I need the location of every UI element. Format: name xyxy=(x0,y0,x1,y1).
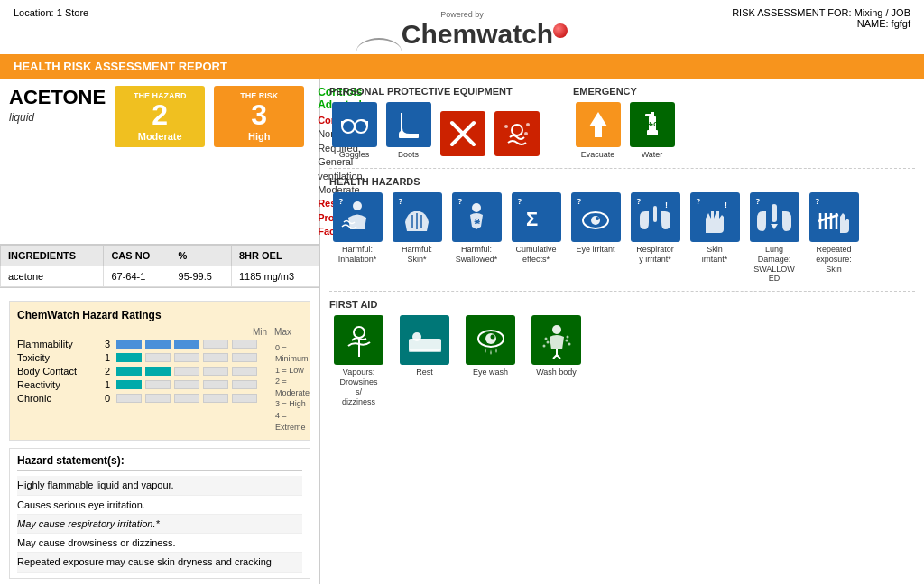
hazard-skin: ? Harmful:Skin* xyxy=(389,192,445,284)
bar-seg-4 xyxy=(203,380,228,389)
bar-seg-1 xyxy=(116,380,142,389)
brand-name: Chemwatch xyxy=(402,19,553,50)
hazard-skin-irritant: ? ! Skinirritant* xyxy=(687,192,743,284)
washbody-icon xyxy=(531,315,581,365)
rating-label: Body Contact xyxy=(17,366,98,377)
statement-4: May cause drowsiness or dizziness. xyxy=(17,534,302,553)
risk-assessment-label: RISK ASSESSMENT FOR: Mixing / JOB NAME: … xyxy=(730,7,910,29)
statement-2: Causes serious eye irritation. xyxy=(17,496,302,515)
ppe-icon-boots: Boots xyxy=(383,102,433,159)
bar-seg-4 xyxy=(203,367,228,376)
svg-point-66 xyxy=(544,337,547,340)
svg-text:?: ? xyxy=(338,197,344,206)
svg-text:?: ? xyxy=(636,197,642,206)
rating-label: Flammability xyxy=(17,339,98,349)
emergency-icons-row: Evacuate H₂O xyxy=(573,102,677,159)
goggles-icon xyxy=(332,102,377,147)
svg-text:☠: ☠ xyxy=(474,218,480,226)
evacuate-svg xyxy=(582,108,614,141)
rating-label: Reactivity xyxy=(17,379,98,390)
hazard-ratings-box: ChemWatch Hazard Ratings Min Max Flammab… xyxy=(9,301,310,442)
emergency-icon-water: H₂O Water xyxy=(627,102,677,159)
fa-rest: Rest xyxy=(395,315,454,406)
ingredients-table: INGREDIENTS CAS NO % 8HR OEL acetone 67-… xyxy=(0,245,319,287)
washbody-svg xyxy=(537,321,577,360)
svg-point-65 xyxy=(542,344,545,347)
bar-seg-2 xyxy=(145,353,171,362)
rating-value: 2 xyxy=(98,366,116,377)
boots-svg xyxy=(393,108,424,141)
goggles-svg xyxy=(338,108,371,141)
hazard-sublabel: Moderate xyxy=(125,131,194,142)
bar-seg-3 xyxy=(174,353,199,362)
bar-seg-2 xyxy=(145,394,171,403)
legend-item-3: 3 = High xyxy=(275,398,310,410)
inhalation-svg: ? xyxy=(335,195,380,240)
main-content: ACETONE liquid THE HAZARD 2 Moderate THE… xyxy=(0,79,924,584)
hazard-number: 2 xyxy=(125,100,194,129)
rest-icon xyxy=(400,315,449,365)
svg-text:?: ? xyxy=(815,197,820,206)
ppe-icon-goggles: Goggles xyxy=(329,102,379,159)
first-aid-title: FIRST AID xyxy=(329,299,915,310)
skin-label: Harmful:Skin* xyxy=(389,245,445,265)
bar-seg-3 xyxy=(174,367,199,376)
rating-bar xyxy=(116,380,257,389)
repeated-icon: ? xyxy=(809,192,859,242)
lung-svg: ? xyxy=(752,195,797,240)
bar-seg-1 xyxy=(116,353,142,362)
svg-rect-13 xyxy=(647,130,658,135)
rating-row-flammability: Flammability 3 xyxy=(17,339,257,349)
chemical-state: liquid xyxy=(9,111,106,124)
bar-seg-5 xyxy=(232,394,257,403)
svg-text:?: ? xyxy=(696,197,701,206)
svg-point-19 xyxy=(353,201,362,210)
boots-icon xyxy=(386,102,431,147)
left-panel: ACETONE liquid THE HAZARD 2 Moderate THE… xyxy=(0,79,320,584)
water-label: Water xyxy=(627,150,677,159)
brand-ball xyxy=(553,23,568,38)
svg-rect-15 xyxy=(645,114,652,116)
svg-text:Σ: Σ xyxy=(526,208,538,230)
hazard-cumulative: ? Σ Cumulativeeffects* xyxy=(508,192,564,284)
statement-5: Repeated exposure may cause skin dryness… xyxy=(17,553,302,572)
boots-label: Boots xyxy=(383,150,433,159)
inhalation-icon: ? xyxy=(333,192,383,242)
bar-seg-2 xyxy=(145,380,171,389)
hazard-statements-title: Hazard statement(s): xyxy=(17,454,302,471)
vapours-svg xyxy=(339,321,379,360)
bar-seg-5 xyxy=(232,380,257,389)
rest-svg xyxy=(405,321,445,360)
banner-title: HEALTH RISK ASSESSMENT REPORT xyxy=(14,60,227,73)
respiratory-icon: ? ! xyxy=(631,192,680,242)
hazard-statements-box: Hazard statement(s): Highly flammable li… xyxy=(9,448,310,578)
svg-text:?: ? xyxy=(517,197,522,206)
ppe-emergency-row: PERSONAL PROTECTIVE EQUIPMENT xyxy=(329,86,915,159)
fa-eyewash: Eye wash xyxy=(461,315,520,406)
ppe-icon-splash xyxy=(492,111,541,159)
swallowed-svg: ? ☠ xyxy=(454,195,499,240)
inhalation-label: Harmful:Inhalation* xyxy=(329,245,385,265)
bar-seg-2 xyxy=(145,367,171,376)
no-smoking-icon xyxy=(440,111,485,156)
svg-text:!: ! xyxy=(665,200,668,210)
col-oel: 8HR OEL xyxy=(231,245,319,266)
bar-seg-1 xyxy=(116,367,142,376)
svg-point-9 xyxy=(504,125,508,128)
hazard-risk-row: THE HAZARD 2 Moderate THE RISK 3 High xyxy=(115,86,304,147)
respiratory-svg: ? ! xyxy=(633,195,678,240)
cell-oel: 1185 mg/m3 xyxy=(231,266,319,286)
eyewash-label: Eye wash xyxy=(461,368,520,377)
bar-seg-5 xyxy=(232,340,257,349)
rating-value: 0 xyxy=(98,393,116,404)
repeated-label: Repeatedexposure:Skin xyxy=(806,245,862,274)
hazard-respiratory: ? ! Respiratory irritant* xyxy=(627,192,683,284)
splash-svg xyxy=(501,117,533,150)
risk-number: 3 xyxy=(225,100,293,129)
bar-seg-4 xyxy=(203,394,228,403)
chemwatch-logo: Powered by Chemwatch xyxy=(356,10,568,50)
skin-irritant-icon: ? ! xyxy=(690,192,740,242)
rating-row-chronic: Chronic 0 xyxy=(17,393,257,404)
vapours-icon xyxy=(334,315,383,365)
cumulative-label: Cumulativeeffects* xyxy=(508,245,564,265)
